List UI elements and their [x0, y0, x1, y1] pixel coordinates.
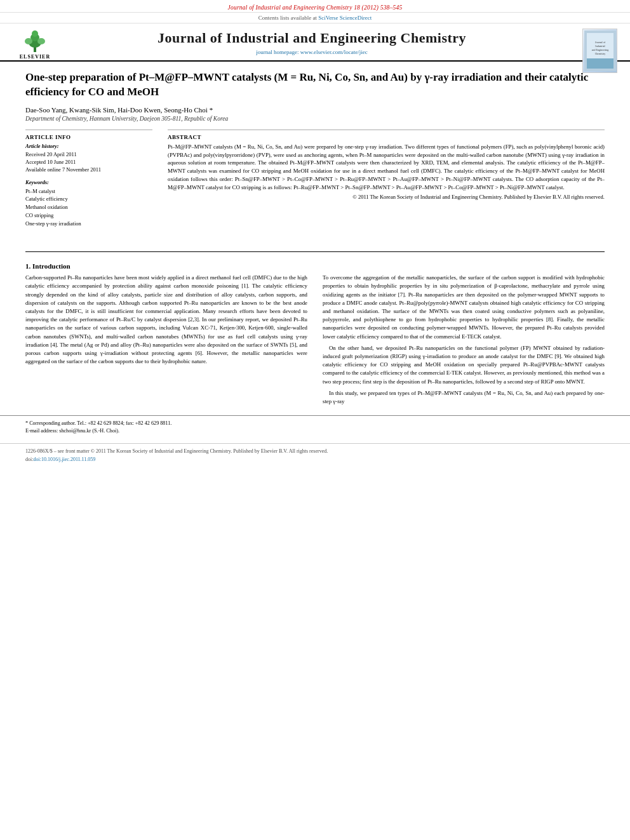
intro-para-1: Carbon-supported Pt–Ru nanoparticles hav… — [25, 274, 307, 366]
svg-text:and Engineering: and Engineering — [591, 48, 608, 51]
homepage-label: journal homepage: — [256, 49, 300, 55]
article-history: Article history: Received 20 April 2011 … — [25, 143, 152, 174]
journal-header: ELSEVIER Journal of Industrial and Engin… — [0, 23, 630, 62]
svg-text:Journal of: Journal of — [594, 41, 605, 44]
sciverse-label: Contents lists available at — [258, 15, 318, 21]
journal-thumbnail: Journal of Industrial and Engineering Ch… — [582, 29, 617, 73]
abstract-block: ABSTRACT Pt–M@FP–MWNT catalysts (M = Ru,… — [168, 130, 605, 232]
journal-title-block: Journal of Industrial and Engineering Ch… — [13, 30, 611, 55]
keyword-3: Methanol oxidation — [25, 203, 152, 211]
keywords-section: Keywords: Pt–M catalyst Catalytic effici… — [25, 179, 152, 228]
keyword-1: Pt–M catalyst — [25, 187, 152, 196]
authors: Dae-Soo Yang, Kwang-Sik Sim, Hai-Doo Kwe… — [25, 106, 605, 114]
svg-rect-12 — [587, 58, 613, 69]
sciverse-link[interactable]: SciVerse ScienceDirect — [318, 15, 372, 21]
elsevier-tree-icon — [22, 29, 48, 53]
svg-point-3 — [32, 30, 38, 37]
copyright-text: © 2011 The Korean Society of Industrial … — [168, 194, 605, 200]
sciverse-bar: Contents lists available at SciVerse Sci… — [0, 13, 630, 23]
available-date: Available online 7 November 2011 — [25, 166, 152, 174]
footnote-email: E-mail address: shchoi@hnu.kr (S.-H. Cho… — [25, 427, 605, 435]
abstract-title: ABSTRACT — [168, 134, 605, 140]
footnote-corresponding: * Corresponding author. Tel.: +82 42 629… — [25, 420, 605, 427]
author-names: Dae-Soo Yang, Kwang-Sik Sim, Hai-Doo Kwe… — [25, 106, 213, 114]
article-title: One-step preparation of Pt–M@FP–MWNT cat… — [25, 70, 605, 100]
intro-body: Carbon-supported Pt–Ru nanoparticles hav… — [25, 274, 605, 409]
intro-col-left: Carbon-supported Pt–Ru nanoparticles hav… — [25, 274, 307, 409]
intro-para-4: In this study, we prepared ten types of … — [323, 389, 605, 406]
svg-text:Industrial: Industrial — [595, 44, 605, 48]
journal-cover-icon: Journal of Industrial and Engineering Ch… — [584, 30, 616, 71]
accepted-date: Accepted 10 June 2011 — [25, 159, 152, 166]
journal-title: Journal of Industrial and Engineering Ch… — [13, 30, 611, 46]
keywords-list: Pt–M catalyst Catalytic efficiency Metha… — [25, 187, 152, 228]
footnote-area: * Corresponding author. Tel.: +82 42 629… — [0, 415, 630, 438]
section-label: Introduction — [32, 262, 70, 270]
abstract-text: Pt–M@FP–MWNT catalysts (M = Ru, Ni, Co, … — [168, 143, 605, 192]
page: Journal of Industrial and Engineering Ch… — [0, 0, 630, 840]
svg-text:Chemistry: Chemistry — [594, 52, 605, 55]
homepage-url[interactable]: www.elsevier.com/locate/jiec — [300, 49, 368, 55]
intro-para-3: On the other hand, we deposited Pt–Ru na… — [323, 344, 605, 386]
keyword-4: CO stripping — [25, 211, 152, 220]
footer-doi: doi:doi:10.1016/j.jiec.2011.11.059 — [25, 456, 605, 464]
keywords-label: Keywords: — [25, 179, 152, 185]
article-info-title: ARTICLE INFO — [25, 134, 152, 140]
keyword-5: One-step γ-ray irradiation — [25, 220, 152, 228]
journal-ref-bar: Journal of Industrial and Engineering Ch… — [0, 0, 630, 13]
journal-ref-text: Journal of Industrial and Engineering Ch… — [228, 4, 403, 11]
article-info: ARTICLE INFO Article history: Received 2… — [25, 130, 152, 232]
journal-homepage: journal homepage: www.elsevier.com/locat… — [13, 49, 611, 55]
intro-para-2: To overcome the aggregation of the metal… — [323, 274, 605, 341]
intro-section-title: 1. Introduction — [25, 262, 605, 270]
footer-issn: 1226-086X/$ – see front matter © 2011 Th… — [25, 448, 605, 456]
section-divider — [25, 251, 605, 252]
elsevier-logo: ELSEVIER — [13, 29, 57, 60]
received-date: Received 20 April 2011 — [25, 151, 152, 159]
intro-col-right: To overcome the aggregation of the metal… — [323, 274, 605, 409]
section-number: 1. — [25, 262, 30, 270]
doi-label: doi: — [25, 457, 33, 462]
info-abstract-block: ARTICLE INFO Article history: Received 2… — [25, 130, 605, 232]
svg-point-4 — [25, 38, 32, 44]
footer-bar: 1226-086X/$ – see front matter © 2011 Th… — [0, 443, 630, 468]
doi-link[interactable]: doi:10.1016/j.jiec.2011.11.059 — [33, 457, 95, 462]
introduction-block: 1. Introduction Carbon-supported Pt–Ru n… — [0, 258, 630, 409]
article-content: One-step preparation of Pt–M@FP–MWNT cat… — [0, 62, 630, 245]
affiliation: Department of Chemistry, Hannam Universi… — [25, 116, 605, 122]
svg-point-5 — [37, 38, 45, 44]
elsevier-text: ELSEVIER — [20, 54, 50, 60]
history-label: Article history: — [25, 143, 152, 149]
keyword-2: Catalytic efficiency — [25, 195, 152, 203]
